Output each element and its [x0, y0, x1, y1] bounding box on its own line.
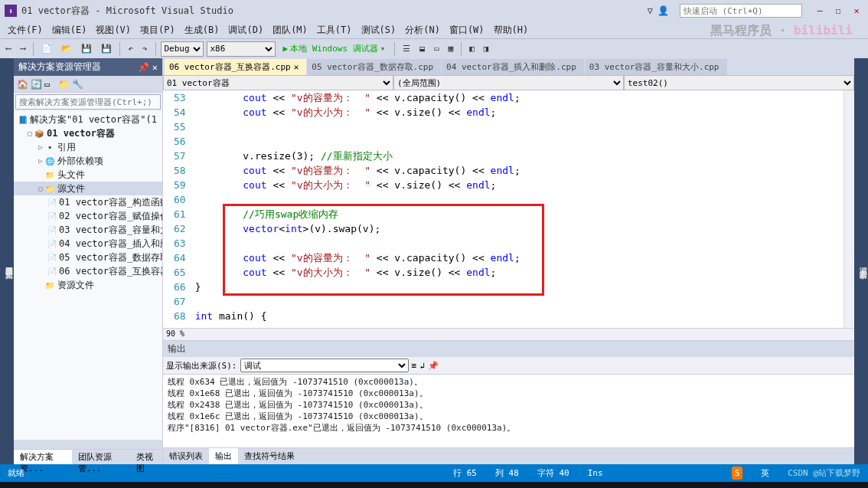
menu-item[interactable]: 团队(M): [268, 22, 312, 38]
close-button[interactable]: ✕: [850, 4, 863, 18]
taskbar-app-5[interactable]: ◧: [237, 485, 262, 488]
tree-node[interactable]: 📄05 vector容器_数据存取.c: [14, 251, 162, 264]
output-text[interactable]: 线程 0x634 已退出，返回值为 -1073741510 (0xc000013…: [163, 375, 854, 447]
open-file-button[interactable]: 📂: [58, 42, 75, 55]
menu-item[interactable]: 视图(V): [91, 22, 135, 38]
nav-back-button[interactable]: ⟵: [3, 42, 15, 55]
tree-node[interactable]: 📄02 vector容器_赋值操作.c: [14, 209, 162, 223]
code-line[interactable]: cout << "v的容量为： " << v.capacity() << end…: [195, 251, 844, 265]
panel-tab[interactable]: 解决方案资...: [14, 450, 72, 464]
zoom-label[interactable]: 90 %: [163, 328, 854, 340]
code-editor[interactable]: 53545556575859606162636465666768 cout <<…: [163, 90, 854, 328]
file-tab[interactable]: 03 vector容器_容量和大小.cpp: [585, 59, 727, 75]
save-button[interactable]: 💾: [78, 42, 95, 55]
code-line[interactable]: cout << "v的大小为： " << v.size() << endl;: [195, 265, 844, 280]
tree-node[interactable]: ▢📦01 vector容器: [14, 126, 162, 140]
tree-node[interactable]: 📄04 vector容器_插入和删除: [14, 237, 162, 251]
menu-item[interactable]: 项目(P): [135, 22, 180, 38]
collapse-icon[interactable]: ▭: [44, 79, 55, 90]
save-all-button[interactable]: 💾: [98, 42, 115, 55]
show-all-icon[interactable]: 📁: [58, 79, 69, 90]
code-line[interactable]: [195, 236, 844, 251]
code-line[interactable]: //巧用swap收缩内存: [195, 207, 844, 221]
tb-icon-6[interactable]: ◨: [481, 42, 492, 55]
file-tab[interactable]: 06 vector容器_互换容器.cpp ✕: [165, 59, 306, 75]
taskbar-app-2[interactable]: ∞: [121, 485, 145, 488]
menu-item[interactable]: 编辑(E): [47, 22, 92, 38]
menu-item[interactable]: 生成(B): [180, 22, 224, 38]
panel-pin-icon[interactable]: 📌: [138, 62, 149, 73]
file-tab[interactable]: 04 vector容器_插入和删除.cpp: [442, 59, 584, 75]
code-line[interactable]: cout << "v的容量为： " << v.capacity() << end…: [195, 163, 844, 178]
tb-icon-2[interactable]: ⬓: [416, 42, 428, 55]
nav-func-combo[interactable]: test02(): [624, 75, 854, 90]
nav-scope-combo[interactable]: (全局范围): [393, 75, 624, 90]
run-debug-button[interactable]: ▶ 本地 Windows 调试器 ▾: [279, 41, 390, 56]
ime-icon[interactable]: S: [732, 467, 743, 480]
properties-icon[interactable]: 🔧: [72, 79, 83, 90]
left-rail[interactable]: 服务器资源管理器 工具箱: [0, 58, 14, 464]
code-line[interactable]: [195, 120, 844, 134]
panel-tab[interactable]: 类视图: [130, 450, 162, 464]
code-line[interactable]: vector<int>(v).swap(v);: [195, 221, 844, 236]
code-line[interactable]: [195, 192, 844, 207]
menu-item[interactable]: 分析(N): [400, 22, 445, 38]
editor-scrollbar[interactable]: [844, 90, 854, 328]
refresh-icon[interactable]: 🔄: [31, 79, 41, 90]
code-line[interactable]: int main() {: [195, 309, 844, 323]
menu-item[interactable]: 帮助(H): [489, 22, 534, 38]
redo-button[interactable]: ↷: [139, 42, 151, 55]
taskbar-vs[interactable]: ⬙: [295, 485, 320, 488]
tree-node[interactable]: 📘解决方案"01 vector容器"(1 个项目): [14, 113, 162, 126]
output-tab[interactable]: 错误列表: [163, 448, 209, 464]
menu-item[interactable]: 工具(T): [312, 22, 357, 38]
user-icon[interactable]: 👤: [658, 5, 669, 16]
code-line[interactable]: }: [195, 280, 844, 294]
code-line[interactable]: [195, 294, 844, 309]
task-view-icon[interactable]: ⊞: [63, 485, 87, 488]
tree-node[interactable]: 📁头文件: [14, 168, 162, 182]
taskbar-app-6[interactable]: ◆: [266, 485, 291, 488]
code-line[interactable]: cout << "v的大小为： " << v.size() << endl;: [195, 105, 844, 120]
new-file-button[interactable]: 📄: [38, 42, 55, 55]
tree-node[interactable]: 📄06 vector容器_互换容器.c: [14, 264, 162, 278]
quick-launch-input[interactable]: [680, 4, 802, 18]
tree-node[interactable]: 📄03 vector容器_容量和大小: [14, 223, 162, 237]
tree-node[interactable]: 📄01 vector容器_构造函数.c: [14, 195, 162, 209]
code-line[interactable]: [195, 134, 844, 149]
tb-icon-5[interactable]: ◧: [466, 42, 478, 55]
home-icon[interactable]: 🏠: [17, 79, 28, 90]
config-combo[interactable]: Debug: [161, 41, 204, 57]
toggle-wrap-icon[interactable]: ↲: [419, 361, 425, 371]
output-tab[interactable]: 输出: [209, 448, 238, 464]
clear-output-icon[interactable]: ≡: [412, 361, 417, 371]
right-rail[interactable]: 测试 诊断工具: [854, 58, 868, 464]
tree-node[interactable]: 📁资源文件: [14, 278, 162, 292]
code-line[interactable]: cout << "v的大小为： " << v.size() << endl;: [195, 178, 844, 192]
taskbar-app-3[interactable]: T: [150, 485, 175, 488]
tray-icon[interactable]: 🧠: [839, 485, 863, 488]
menu-item[interactable]: 调试(D): [224, 22, 268, 38]
taskbar-app-7[interactable]: ▣: [325, 485, 349, 488]
tb-icon-3[interactable]: ▭: [431, 42, 442, 55]
output-tab[interactable]: 查找符号结果: [238, 448, 301, 464]
output-source-combo[interactable]: 调试: [240, 359, 409, 372]
menu-item[interactable]: 文件(F): [3, 22, 47, 38]
panel-tab[interactable]: 团队资源管...: [72, 450, 130, 464]
lang-indicator[interactable]: 英: [761, 467, 769, 479]
close-tab-icon[interactable]: ✕: [294, 62, 299, 72]
file-tab[interactable]: 05 vector容器_数据存取.cpp: [307, 59, 441, 75]
tb-icon-1[interactable]: ☰: [400, 42, 413, 55]
search-icon[interactable]: 🔍: [34, 485, 58, 488]
solution-search-input[interactable]: [15, 94, 161, 110]
nav-project-combo[interactable]: 01 vector容器: [163, 75, 393, 90]
nav-fwd-button[interactable]: ⟶: [18, 42, 29, 55]
output-pin-icon[interactable]: 📌: [428, 361, 439, 371]
tree-node[interactable]: ▢📁源文件: [14, 182, 162, 195]
maximize-button[interactable]: ☐: [831, 4, 845, 18]
undo-button[interactable]: ↶: [125, 42, 136, 55]
tree-node[interactable]: ▷▪️引用: [14, 140, 162, 154]
taskbar-app-4[interactable]: ◎: [208, 485, 233, 488]
share-icon[interactable]: ▽: [648, 5, 653, 16]
taskbar-explorer[interactable]: 📁: [179, 485, 204, 488]
